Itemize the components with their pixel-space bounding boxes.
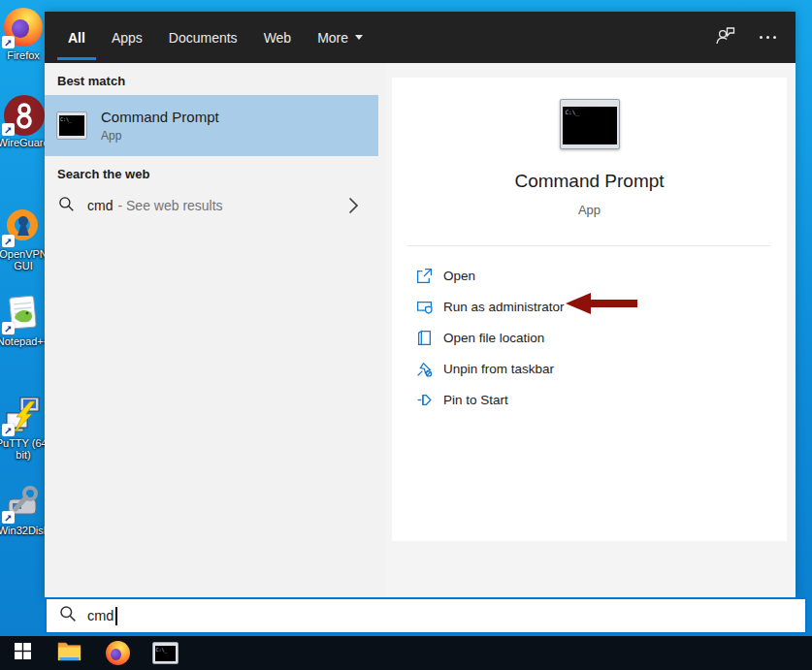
chevron-right-icon[interactable] (348, 197, 359, 214)
admin-shield-icon (416, 299, 433, 315)
context-actions: Open Run as administrator (392, 260, 787, 415)
action-open-file-location[interactable]: Open file location (392, 322, 787, 353)
action-unpin-from-taskbar[interactable]: Unpin from taskbar (392, 353, 787, 384)
command-prompt-icon: C:\_ (152, 642, 179, 664)
file-location-icon (416, 330, 433, 346)
section-best-match-label: Best match (57, 74, 125, 88)
preview-subtitle: App (578, 203, 601, 217)
chevron-down-icon (355, 35, 363, 40)
desktop-icon-win32diskimager[interactable]: Win32Disk (1, 483, 46, 536)
desktop-icon-openvpn[interactable]: OpenVPN GUI (1, 207, 46, 271)
search-input[interactable]: cmd (87, 608, 114, 623)
open-in-new-window-icon (416, 268, 433, 284)
desktop-icon-firefox[interactable]: Firefox (1, 8, 46, 61)
divider (407, 245, 771, 246)
action-label: Pin to Start (443, 393, 508, 407)
search-icon (58, 196, 75, 216)
taskbar-file-explorer[interactable] (54, 636, 83, 670)
shortcut-arrow-icon (2, 424, 15, 436)
taskbar: C:\_ (0, 636, 812, 670)
tab-all[interactable]: All (68, 12, 85, 63)
user-account-icon[interactable] (715, 26, 736, 49)
tab-web[interactable]: Web (264, 12, 292, 63)
action-label: Open (443, 269, 475, 283)
action-open[interactable]: Open (392, 260, 787, 291)
best-match-title: Command Prompt (101, 109, 219, 125)
best-match-item[interactable]: C:\_ Command Prompt App (45, 95, 378, 156)
shortcut-arrow-icon (2, 123, 15, 136)
pin-icon (416, 392, 433, 408)
more-options-icon[interactable] (760, 36, 776, 39)
command-prompt-icon: C:\_ (56, 112, 87, 140)
best-match-subtitle: App (101, 129, 219, 143)
web-search-suffix: - See web results (117, 198, 222, 213)
action-label: Unpin from taskbar (443, 362, 554, 376)
search-box[interactable]: cmd (45, 597, 807, 634)
windows-logo-icon (15, 643, 31, 663)
web-search-item[interactable]: cmd - See web results (45, 187, 378, 224)
text-caret (115, 607, 117, 625)
search-flyout: All Apps Documents Web More Best match (45, 12, 796, 597)
shortcut-arrow-icon (2, 511, 15, 524)
preview-card: C:\_ Command Prompt App Open (392, 78, 787, 541)
taskbar-command-prompt[interactable]: C:\_ (149, 636, 180, 670)
action-label: Run as administrator (443, 300, 565, 314)
search-filter-bar: All Apps Documents Web More (45, 12, 796, 63)
web-search-query: cmd (87, 198, 113, 213)
start-button[interactable] (0, 636, 45, 670)
desktop-icon-wireguard[interactable]: WireGuard (1, 95, 46, 148)
command-prompt-large-icon: C:\_ (560, 99, 620, 149)
taskbar-firefox[interactable] (103, 636, 132, 670)
section-search-web-label: Search the web (57, 167, 149, 181)
search-icon (59, 605, 77, 626)
desktop: Firefox WireGuard OpenVPN GUI Not (0, 0, 812, 670)
desktop-icon-putty[interactable]: PuTTY (64-bit) (1, 396, 46, 461)
action-label: Open file location (443, 331, 544, 345)
unpin-icon (416, 361, 433, 377)
preview-pane: C:\_ Command Prompt App Open (385, 63, 796, 597)
annotation-arrow (566, 293, 637, 314)
desktop-icon-notepadpp[interactable]: Notepad++ (1, 294, 46, 347)
tab-documents[interactable]: Documents (169, 12, 238, 63)
firefox-icon (106, 641, 130, 665)
preview-title: Command Prompt (514, 171, 664, 192)
shortcut-arrow-icon (2, 322, 15, 335)
tab-more[interactable]: More (317, 12, 363, 63)
tab-apps[interactable]: Apps (112, 12, 143, 63)
action-pin-to-start[interactable]: Pin to Start (392, 384, 787, 415)
shortcut-arrow-icon (2, 36, 15, 48)
shortcut-arrow-icon (2, 235, 15, 247)
results-pane: Best match C:\_ Command Prompt App Searc… (45, 63, 385, 597)
file-explorer-icon (57, 641, 81, 665)
